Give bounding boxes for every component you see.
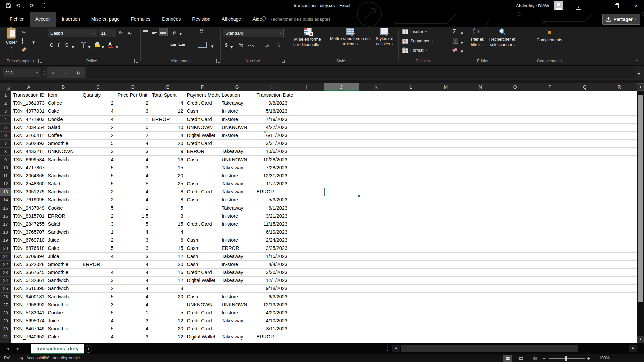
grid-cell[interactable]: TXN_7640952 [11, 333, 46, 341]
grid-cell[interactable] [567, 244, 602, 253]
grid-cell[interactable]: TXN_2548360 [11, 180, 46, 188]
grid-cell[interactable]: 4 [116, 228, 151, 236]
font-color-icon[interactable]: A [108, 41, 113, 48]
grid-cell[interactable] [394, 261, 429, 269]
grid-cell[interactable] [533, 99, 568, 107]
grid-cell[interactable] [324, 107, 359, 116]
grid-cell[interactable] [324, 140, 359, 148]
grid-cell[interactable]: Credit Card [185, 309, 220, 317]
merge-center-icon[interactable]: ↔ [198, 42, 207, 48]
expand-formula-bar-icon[interactable]: ▾ [638, 71, 640, 77]
grid-cell[interactable] [394, 269, 429, 277]
grid-cell[interactable]: 1 [116, 204, 151, 212]
grid-cell[interactable]: 3/11/2023 [255, 325, 290, 333]
grid-cell[interactable]: 4 [116, 188, 151, 196]
grid-cell[interactable] [498, 325, 533, 333]
grid-cell[interactable]: UNKNOWN [185, 301, 220, 309]
grid-cell[interactable] [602, 132, 637, 140]
grid-cell[interactable]: 5 [81, 244, 116, 253]
grid-cell[interactable]: 4 [116, 269, 151, 277]
row-header-24[interactable]: 24 [0, 277, 11, 285]
grid-cell[interactable] [498, 236, 533, 244]
grid-cell[interactable] [498, 116, 533, 124]
grid-cell[interactable] [289, 277, 324, 285]
copy-dropdown-icon[interactable]: ▾ [32, 39, 35, 45]
grid-cell[interactable] [567, 236, 602, 244]
grid-cell[interactable] [567, 301, 602, 309]
grid-cell[interactable]: 20 [150, 140, 185, 148]
grid-cell[interactable] [185, 212, 220, 220]
grid-cell[interactable]: TXN_5132361 [11, 277, 46, 285]
close-button[interactable]: × [631, 0, 642, 12]
grid-cell[interactable] [602, 253, 637, 261]
grid-cell[interactable] [428, 301, 463, 309]
grid-cell[interactable] [567, 253, 602, 261]
grid-cell[interactable] [567, 212, 602, 220]
grid-cell[interactable]: Price Per Unit [116, 91, 151, 99]
grid-cell[interactable] [324, 317, 359, 325]
grid-cell[interactable] [463, 261, 498, 269]
grid-cell[interactable]: 9/8/2023 [255, 99, 290, 107]
grid-cell[interactable]: 20 [150, 325, 185, 333]
grid-cell[interactable]: TXN_4433211 [11, 148, 46, 156]
grid-cell[interactable] [498, 269, 533, 277]
grid-cell[interactable] [394, 116, 429, 124]
grid-cell[interactable] [533, 188, 568, 196]
grid-cell[interactable] [428, 91, 463, 99]
tell-me-search[interactable]: Rechercher des outils adaptés [261, 12, 330, 27]
grid-cell[interactable] [567, 293, 602, 301]
grid-cell[interactable] [463, 132, 498, 140]
zoom-out-icon[interactable]: − [543, 355, 546, 361]
grid-cell[interactable] [533, 277, 568, 285]
fill-down-icon[interactable]: ↓ [453, 38, 458, 44]
grid-cell[interactable] [394, 333, 429, 341]
grid-cell[interactable]: Digital Wallet [185, 277, 220, 285]
grid-cell[interactable] [463, 317, 498, 325]
grid-cell[interactable]: 5 [81, 180, 116, 188]
grid-cell[interactable] [602, 325, 637, 333]
row-header-16[interactable]: 16 [0, 212, 11, 220]
grid-cell[interactable] [394, 301, 429, 309]
grid-cell[interactable] [324, 293, 359, 301]
hscroll-right-icon[interactable]: ▶ [629, 345, 637, 352]
ribbon-tab-révision[interactable]: Révision [186, 12, 216, 27]
column-header-K[interactable]: K [359, 83, 394, 91]
grid-cell[interactable]: Cash [185, 236, 220, 244]
grid-cell[interactable] [428, 317, 463, 325]
grid-cell[interactable] [324, 285, 359, 293]
row-header-9[interactable]: 9 [0, 156, 11, 164]
grid-cell[interactable]: TXN_7034554 [11, 124, 46, 132]
grid-cell[interactable] [428, 293, 463, 301]
grid-cell[interactable]: 4 [81, 317, 116, 325]
grid-cell[interactable]: 1/15/2023 [255, 253, 290, 261]
increase-decimal-icon[interactable]: ←,0,00 [265, 42, 269, 47]
grid-cell[interactable]: Credit Card [185, 99, 220, 107]
column-header-H[interactable]: H [255, 83, 290, 91]
grid-cell[interactable]: 1 [116, 309, 151, 317]
grid-cell[interactable]: Cookie [46, 204, 81, 212]
wrap-text-icon[interactable]: abc↩ [200, 29, 204, 34]
grid-cell[interactable] [463, 107, 498, 116]
grid-cell[interactable]: 15 [150, 244, 185, 253]
grid-cell[interactable]: Smoothie [46, 325, 81, 333]
delete-cells-button[interactable]: ✕ Supprimer▾ [402, 39, 433, 44]
ribbon-tab-données[interactable]: Données [156, 12, 186, 27]
grid-cell[interactable] [533, 156, 568, 164]
grid-cell[interactable] [289, 148, 324, 156]
next-sheet-icon[interactable]: ▶ [17, 343, 19, 354]
grid-cell[interactable]: ERROR [46, 212, 81, 220]
grid-cell[interactable] [602, 244, 637, 253]
find-select-button[interactable]: Rechercher et sélectionner ▾ [486, 28, 519, 48]
horizontal-scrollbar-thumb[interactable] [401, 345, 578, 352]
grid-cell[interactable]: 8 [150, 196, 185, 204]
grid-cell[interactable]: 2 [81, 285, 116, 293]
grid-cell[interactable] [428, 124, 463, 132]
increase-indent-icon[interactable]: ▸ [179, 43, 185, 47]
grid-cell[interactable]: In-store [220, 309, 255, 317]
grid-cell[interactable] [324, 325, 359, 333]
name-box[interactable]: J13▾ [3, 68, 40, 77]
selection-fill-handle[interactable] [358, 195, 361, 198]
grid-cell[interactable]: 10/6/2023 [255, 148, 290, 156]
grid-cell[interactable] [463, 212, 498, 220]
grid-cell[interactable] [567, 140, 602, 148]
